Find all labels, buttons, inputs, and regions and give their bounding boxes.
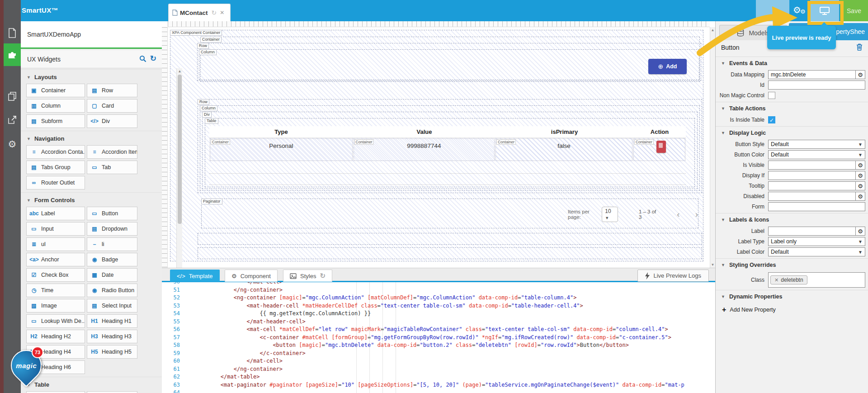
- property-select[interactable]: Default▼: [768, 247, 865, 256]
- widget-tile-ul[interactable]: ≣ul: [26, 237, 85, 251]
- property-input[interactable]: [768, 202, 865, 211]
- live-preview-logs-button[interactable]: Live Preview Logs: [637, 270, 709, 282]
- container-box[interactable]: Container Row Column: [200, 37, 700, 82]
- tab-close-icon[interactable]: ✕: [220, 9, 224, 16]
- table-cell[interactable]: Containerfalse: [495, 138, 632, 161]
- expression-gear-button[interactable]: ⚙: [856, 192, 865, 201]
- property-input[interactable]: [768, 181, 856, 190]
- canvas-scrollbar[interactable]: ▲ ▼: [710, 27, 715, 268]
- tab-template[interactable]: </> Template: [170, 270, 220, 282]
- table-cell[interactable]: Container9998887744: [354, 138, 495, 161]
- property-select[interactable]: Default▼: [768, 140, 865, 149]
- checkbox-unchecked[interactable]: [768, 92, 775, 99]
- delete-widget-icon[interactable]: [856, 43, 863, 52]
- widget-tile-image[interactable]: ▧Image: [26, 299, 85, 313]
- widget-tile-tab[interactable]: ▭Tab: [87, 161, 137, 174]
- property-input[interactable]: [768, 171, 856, 180]
- class-chip-input[interactable]: ✕deletebtn: [768, 272, 865, 288]
- xpa-component-container[interactable]: XPA Component Container Container Row Co…: [170, 30, 703, 261]
- row-box[interactable]: Row Column: [197, 43, 701, 81]
- document-nav-icon[interactable]: [4, 25, 21, 41]
- widgets-nav-active[interactable]: [4, 43, 21, 66]
- delete-row-button[interactable]: [656, 141, 666, 153]
- widget-tile-h2[interactable]: H2Heading H2: [26, 330, 85, 343]
- project-name[interactable]: SmartUXDemoApp: [21, 21, 162, 49]
- add-button[interactable]: ⊕ Add: [648, 59, 687, 74]
- prev-page-icon[interactable]: ‹: [677, 209, 679, 219]
- widget-section-header[interactable]: ▼Navigation: [21, 131, 162, 144]
- widget-tile-h1[interactable]: H1Heading H1: [87, 314, 137, 328]
- paginator-box[interactable]: Paginator Items per page: 10 ▼ 1 – 3 of …: [201, 199, 698, 228]
- widget-tile-table-column[interactable]: ▥Table Column: [87, 391, 137, 393]
- widget-tile-row[interactable]: ▤Row: [87, 84, 137, 97]
- property-section-header[interactable]: ▼Labels & Icons: [716, 213, 868, 225]
- pages-copy-icon[interactable]: [4, 89, 21, 104]
- widget-tile-date[interactable]: ▦Date: [87, 268, 137, 282]
- search-icon[interactable]: [139, 55, 146, 62]
- widget-tile-radio-button[interactable]: ◉Radio Button: [87, 284, 137, 297]
- widget-tile-dropdown[interactable]: ▤Dropdown: [87, 222, 137, 236]
- property-section-header[interactable]: ▼Display Logic: [716, 126, 868, 138]
- table-data-row[interactable]: ContainerPersonalContainer9998887744Cont…: [209, 138, 686, 161]
- widget-tile-h5[interactable]: H5Heading H5: [87, 345, 137, 359]
- widget-tile-button[interactable]: ▭Button: [87, 207, 137, 220]
- widget-tile-check-box[interactable]: ☑Check Box: [26, 268, 85, 282]
- property-select[interactable]: Label only▼: [768, 237, 865, 246]
- widget-section-header[interactable]: ▼Form Controls: [21, 192, 162, 206]
- expression-gear-button[interactable]: ⚙: [856, 181, 865, 190]
- widget-tile-tabs-group[interactable]: ▤Tabs Group: [26, 161, 85, 174]
- widget-tile-accordion-container[interactable]: ≡Accordion Conta...: [26, 145, 85, 159]
- property-section-header[interactable]: ▼Styling Overrides: [716, 258, 868, 270]
- property-input[interactable]: [768, 192, 856, 201]
- property-select[interactable]: Default▼: [768, 150, 865, 159]
- widget-tile-subform[interactable]: ▤Subform: [26, 114, 85, 128]
- widget-tile-li[interactable]: –li: [87, 237, 137, 251]
- widget-tile-column[interactable]: ▥Column: [26, 99, 85, 113]
- widget-section-header[interactable]: ▼Layouts: [21, 69, 162, 83]
- settings-gear-icon[interactable]: ⚙: [4, 137, 21, 152]
- code-editor[interactable]: 50 </mat-cell>51 </ng-container>52 <ng-c…: [162, 282, 715, 393]
- scrollbar-thumb[interactable]: [178, 75, 182, 224]
- expression-gear-button[interactable]: ⚙: [856, 161, 865, 170]
- share-export-icon[interactable]: [4, 112, 21, 128]
- table-cell[interactable]: ContainerPersonal: [210, 138, 353, 161]
- widget-tile-badge[interactable]: ◉Badge: [87, 253, 137, 266]
- widget-tile-div[interactable]: </>Div: [87, 114, 137, 128]
- widget-tile-input[interactable]: ▭Input: [26, 222, 85, 236]
- property-input[interactable]: mgc.btnDelete: [768, 70, 856, 79]
- refresh-icon[interactable]: ↻: [150, 55, 156, 62]
- widget-tile-anchor[interactable]: <a>Anchor: [26, 253, 85, 266]
- refresh-icon[interactable]: ↻: [320, 272, 326, 280]
- widget-tile-lookup[interactable]: ▭Lookup With De...: [26, 314, 85, 328]
- widget-tile-card[interactable]: ▢Card: [87, 99, 137, 113]
- widget-tile-h3[interactable]: H3Heading H3: [87, 330, 137, 343]
- next-page-icon[interactable]: ›: [695, 209, 698, 219]
- widget-tile-select-input[interactable]: ▤Select Input: [87, 299, 137, 313]
- add-new-property-link[interactable]: +Add New Property: [716, 302, 868, 314]
- property-section-header[interactable]: ▼Table Actions: [716, 102, 868, 114]
- property-input[interactable]: [768, 80, 865, 90]
- magic-logo[interactable]: magic 73: [11, 348, 43, 382]
- canvas-work-area[interactable]: XPA Component Container Container Row Co…: [168, 27, 710, 268]
- widget-tile-container[interactable]: ▣Container: [26, 84, 85, 97]
- tab-refresh-icon[interactable]: ↻: [212, 9, 217, 16]
- property-section-header[interactable]: ▼Dynamic Properties: [716, 290, 868, 302]
- tab-mcontact[interactable]: MContact ↻ ✕: [168, 4, 231, 21]
- column-box[interactable]: Column: [199, 49, 699, 80]
- page-size-select[interactable]: 10 ▼: [602, 207, 618, 222]
- widget-tile-label[interactable]: abcLabel: [26, 207, 85, 220]
- expression-gear-button[interactable]: ⚙: [856, 227, 865, 236]
- property-input[interactable]: [768, 227, 856, 236]
- expression-gear-button[interactable]: ⚙: [856, 171, 865, 180]
- tab-component[interactable]: ⚙ Component: [225, 270, 278, 282]
- widget-tile-accordion-item[interactable]: ≡Accordion Item: [87, 145, 137, 159]
- table-action-cell[interactable]: Container: [633, 138, 685, 161]
- widget-tile-table-body[interactable]: ▦Table Body: [26, 391, 85, 393]
- property-input[interactable]: [768, 161, 856, 170]
- expression-gear-button[interactable]: ⚙: [856, 70, 865, 79]
- remove-chip-icon[interactable]: ✕: [774, 277, 778, 283]
- class-chip[interactable]: ✕deletebtn: [770, 275, 807, 284]
- save-button[interactable]: Save: [840, 0, 868, 21]
- tab-styles[interactable]: Styles ↻: [283, 270, 332, 282]
- checkbox-checked[interactable]: ✓: [768, 116, 775, 123]
